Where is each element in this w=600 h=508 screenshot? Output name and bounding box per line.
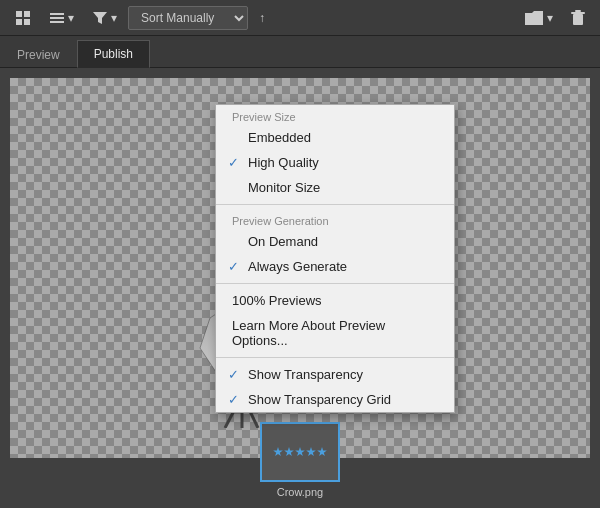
menu-item-on-demand[interactable]: On Demand xyxy=(216,229,454,254)
svg-rect-0 xyxy=(16,11,22,17)
main-content: Crow.png Preview Size Embedded High Qual… xyxy=(0,68,600,508)
menu-item-embedded[interactable]: Embedded xyxy=(216,125,454,150)
file-item[interactable]: Crow.png xyxy=(260,422,340,498)
folder-btn[interactable]: ▾ xyxy=(517,6,560,30)
star-4 xyxy=(306,447,316,457)
view-options-btn[interactable]: ▾ xyxy=(42,6,81,30)
divider-2 xyxy=(216,283,454,284)
svg-rect-5 xyxy=(50,17,64,19)
svg-rect-2 xyxy=(16,19,22,25)
star-1 xyxy=(273,447,283,457)
svg-rect-4 xyxy=(50,13,64,15)
delete-btn[interactable] xyxy=(564,6,592,30)
thumbnails-btn[interactable] xyxy=(8,6,38,30)
menu-item-show-transparency-grid[interactable]: Show Transparency Grid xyxy=(216,387,454,412)
star-5 xyxy=(317,447,327,457)
file-stars xyxy=(273,447,327,457)
svg-marker-7 xyxy=(93,12,107,24)
svg-rect-1 xyxy=(24,11,30,17)
filter-btn[interactable]: ▾ xyxy=(85,6,124,30)
tab-preview[interactable]: Preview xyxy=(0,41,77,68)
menu-item-always-generate[interactable]: Always Generate xyxy=(216,254,454,279)
star-2 xyxy=(284,447,294,457)
menu-item-show-transparency[interactable]: Show Transparency xyxy=(216,362,454,387)
svg-rect-9 xyxy=(571,12,585,14)
filter-chevron: ▾ xyxy=(111,11,117,25)
svg-rect-10 xyxy=(575,10,581,12)
preview-size-section-label: Preview Size xyxy=(216,105,454,125)
divider-3 xyxy=(216,357,454,358)
sort-direction-btn[interactable]: ↑ xyxy=(252,7,272,29)
file-thumbnail xyxy=(260,422,340,482)
menu-item-100-previews[interactable]: 100% Previews xyxy=(216,288,454,313)
tab-bar: Preview Publish xyxy=(0,36,600,68)
svg-rect-6 xyxy=(50,21,64,23)
divider-1 xyxy=(216,204,454,205)
tab-publish[interactable]: Publish xyxy=(77,40,150,68)
menu-item-monitor-size[interactable]: Monitor Size xyxy=(216,175,454,200)
menu-item-learn-more[interactable]: Learn More About Preview Options... xyxy=(216,313,454,353)
star-3 xyxy=(295,447,305,457)
sort-select[interactable]: Sort Manually xyxy=(128,6,248,30)
folder-chevron: ▾ xyxy=(547,11,553,25)
svg-rect-8 xyxy=(573,14,583,25)
svg-rect-3 xyxy=(24,19,30,25)
preview-gen-section-label: Preview Generation xyxy=(216,209,454,229)
view-chevron: ▾ xyxy=(68,11,74,25)
menu-item-high-quality[interactable]: High Quality xyxy=(216,150,454,175)
dropdown-menu: Preview Size Embedded High Quality Monit… xyxy=(215,104,455,413)
toolbar: ▾ ▾ Sort Manually ↑ ▾ xyxy=(0,0,600,36)
file-name: Crow.png xyxy=(277,486,323,498)
